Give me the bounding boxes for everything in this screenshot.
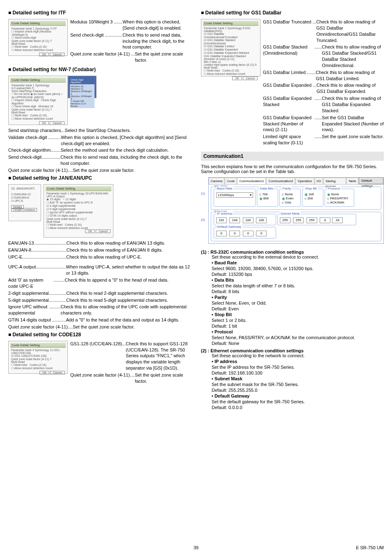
gs1-heading: ■ Detailed setting for GS1 DataBar	[201, 10, 384, 16]
rs232c-settings-heading: (1) : RS-232C communication condition se…	[201, 250, 384, 254]
baud-select[interactable]: 115200bps▾	[216, 192, 253, 198]
radio-parity-even[interactable]: Even	[282, 197, 293, 201]
tab-communication2[interactable]: Communication2	[266, 178, 295, 184]
subnet-3[interactable]: 255	[307, 217, 317, 223]
nw7-panel: Code Detail Setting Parameter bank 1 Sym…	[8, 76, 68, 125]
default-settings-button[interactable]: Default settings	[359, 177, 383, 184]
ip-octet-2[interactable]: 168	[229, 217, 240, 223]
pointer-1: (1)	[201, 192, 208, 195]
radio-parity-none[interactable]: None	[282, 192, 293, 197]
left-column: ■ Detailed setting for ITF Code Detail S…	[8, 8, 191, 412]
tab-row: Camera Code Communication1 Communication…	[209, 178, 383, 185]
subnet-prefix[interactable]: 24	[332, 217, 343, 223]
radio-proto-ack[interactable]: ACK/NAK	[327, 201, 345, 205]
subnet-1[interactable]: 255	[280, 217, 291, 223]
tab-saving-images[interactable]: Saving Images	[323, 178, 346, 184]
communication1-intro: This section explains how to set the com…	[201, 164, 384, 174]
ip-octet-1[interactable]: 192	[216, 217, 227, 223]
nw7-heading: ■ Detailed setting for NW-7 (Codabar)	[8, 67, 191, 72]
ethernet-settings-heading: (2) : Ethernet communication condition s…	[201, 348, 384, 353]
radio-proto-none[interactable]: None	[327, 192, 339, 197]
gw-2[interactable]: 0	[229, 231, 240, 236]
tab-communication1[interactable]: Communication1	[237, 178, 266, 184]
ethernet-section: Ethernet IP address 192. 168. 100. 100 S…	[211, 212, 381, 241]
radio-proto-pass[interactable]: PASS/RTRY	[327, 197, 348, 201]
subnet-4[interactable]: 0	[320, 217, 330, 223]
tab-camera[interactable]: Camera	[209, 178, 224, 184]
rs232c-section: RS-232C Baud Rate 115200bps▾ Data Bits 7…	[211, 187, 381, 210]
ip-octet-3[interactable]: 100	[243, 217, 254, 223]
nw7-algo-panel: Check Digit Algorithm Modulus 16Modulus …	[68, 76, 97, 98]
communication1-header: Communication1	[201, 152, 384, 161]
pointer-2: (2)	[201, 218, 208, 222]
communication-panel: Camera Code Communication1 Communication…	[208, 177, 384, 244]
gw-3[interactable]: 0	[243, 231, 254, 236]
gw-4[interactable]: 0	[256, 231, 267, 236]
tab-operation[interactable]: Operation	[295, 178, 314, 184]
tab-code[interactable]: Code	[225, 178, 237, 184]
jan-panel-left: 10: JAN/EAN/UPC☑ EAN/JAN-13☑ EAN/JAN-8☑ …	[8, 184, 41, 221]
itf-heading: ■ Detailed setting for ITF	[8, 10, 191, 16]
radio-7bit[interactable]: 7bit	[259, 192, 267, 197]
radio-parity-odd[interactable]: Odd	[282, 201, 291, 205]
jan-panel-right: Code Detail Setting Parameter bank 1 Sym…	[44, 184, 113, 238]
itf-panel: Code Detail Setting Parameter bank 1 Sym…	[8, 19, 68, 56]
radio-stop-2bit[interactable]: 2bit	[304, 197, 313, 201]
gs1-panel: Code Detail Setting Parameter bank 1 Sym…	[201, 19, 261, 76]
right-column: ■ Detailed setting for GS1 DataBar Code …	[201, 8, 384, 412]
radio-8bit[interactable]: 8bit	[259, 197, 269, 201]
tab-io[interactable]: I/O	[315, 178, 323, 184]
jan-heading: ■ Detailed setting for JAN/EAN/UPC	[8, 175, 191, 181]
subnet-2[interactable]: 255	[293, 217, 304, 223]
c128-heading: ■ Detailed setting for CODE128	[8, 332, 191, 338]
radio-stop-1bit[interactable]: 1bit	[304, 192, 314, 197]
c128-panel: Code Detail Setting Parameter bank 4 Sym…	[8, 341, 68, 374]
ip-octet-4[interactable]: 100	[256, 217, 267, 223]
gw-1[interactable]: 0	[216, 231, 227, 236]
tab-table[interactable]: Table	[346, 178, 358, 184]
